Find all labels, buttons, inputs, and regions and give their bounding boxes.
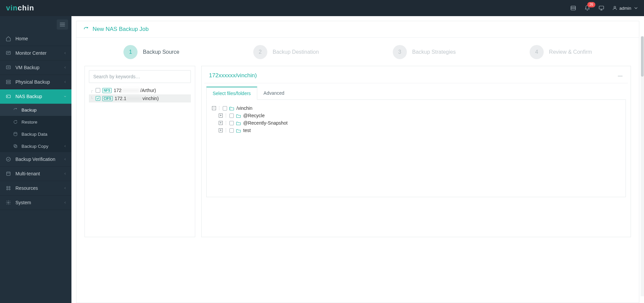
vertical-scrollbar[interactable]: [641, 36, 644, 296]
wizard-step-4[interactable]: 4 Review & Confirm: [530, 45, 592, 59]
user-menu[interactable]: admin: [612, 5, 639, 11]
brand-logo: vinchin: [6, 4, 34, 12]
tree-connector: [225, 128, 227, 132]
wizard-step-3[interactable]: 3 Backup Strategies: [393, 45, 456, 59]
svg-rect-18: [15, 145, 17, 148]
refresh-icon: [83, 26, 89, 32]
expand-toggle[interactable]: +: [219, 114, 223, 118]
tree-connector: └: [90, 96, 94, 101]
gear-icon: [5, 200, 11, 206]
nas-icon: [5, 93, 11, 99]
server-icon: [5, 79, 11, 85]
verify-icon: [5, 156, 11, 162]
chevron-left-icon: [63, 157, 67, 162]
sidebar-item-label: Resources: [15, 185, 38, 191]
file-node-root[interactable]: − /vinchin: [212, 104, 620, 112]
sidebar-collapse-button[interactable]: [57, 19, 68, 30]
expand-toggle[interactable]: +: [219, 128, 223, 132]
sidebar-item-label: Backup Verification: [15, 157, 55, 162]
panel-collapse-button[interactable]: —: [617, 73, 623, 78]
redacted: xxxxxx: [126, 96, 143, 101]
sub-item-backup[interactable]: Backup: [0, 104, 71, 116]
folder-icon: [236, 121, 241, 125]
file-checkbox[interactable]: [223, 106, 227, 111]
chevron-down-icon: [63, 94, 67, 99]
sidebar-item-label: NAS Backup: [15, 94, 42, 99]
file-label: /vinchin: [236, 105, 252, 111]
sidebar-item-label: System: [15, 200, 31, 205]
share-row-cifs[interactable]: └ CIFS 172.1xxxxxxvinchin): [89, 94, 191, 102]
file-checkbox[interactable]: [229, 114, 234, 118]
chevron-left-icon: [63, 171, 67, 176]
expand-toggle[interactable]: −: [212, 106, 216, 110]
wizard-steps: 1 Backup Source 2 Backup Destination 3 B…: [76, 38, 639, 66]
monitor-center-icon: [5, 50, 11, 56]
svg-point-27: [8, 202, 9, 203]
sidebar-item-physical-backup[interactable]: Physical Backup: [0, 75, 71, 89]
sidebar-item-home[interactable]: Home: [0, 32, 71, 46]
file-checkbox[interactable]: [229, 128, 234, 133]
sidebar-item-multi-tenant[interactable]: Multi-tenant: [0, 167, 71, 181]
svg-point-26: [9, 188, 10, 190]
file-panel-header: 172xxxxxx/vinchin) —: [204, 69, 628, 83]
share-checkbox[interactable]: [96, 88, 100, 93]
sidebar-item-monitor-center[interactable]: Monitor Center: [0, 46, 71, 60]
tab-select-files[interactable]: Select files/folders: [206, 87, 257, 100]
file-panel: 172xxxxxx/vinchin) — Select files/folder…: [201, 66, 631, 237]
svg-point-17: [14, 132, 17, 134]
tab-advanced[interactable]: Advanced: [257, 87, 291, 100]
sidebar-item-system[interactable]: System: [0, 196, 71, 210]
svg-rect-13: [6, 80, 10, 82]
sidebar-item-resources[interactable]: Resources: [0, 181, 71, 196]
svg-rect-21: [7, 172, 10, 176]
file-tree: − /vinchin + @Re: [206, 100, 626, 197]
share-label: 172xxxxxxx/Arthur): [114, 88, 156, 93]
nas-backup-submenu: Backup Restore Backup Data Backup Copy: [0, 104, 71, 152]
sub-item-backup-data[interactable]: Backup Data: [0, 128, 71, 140]
wizard-step-label: Backup Source: [143, 49, 179, 55]
share-checkbox[interactable]: [96, 96, 100, 101]
share-row-nfs[interactable]: ┌ NFS 172xxxxxxx/Arthur): [89, 86, 191, 94]
sidebar-item-label: Physical Backup: [15, 79, 50, 85]
panels-row: ┌ NFS 172xxxxxxx/Arthur) └: [76, 66, 639, 245]
sub-item-backup-copy[interactable]: Backup Copy: [0, 140, 71, 152]
svg-point-24: [9, 186, 10, 188]
file-node[interactable]: + @Recycle: [219, 112, 620, 119]
wizard-step-1[interactable]: 1 Backup Source: [123, 45, 179, 59]
expand-toggle[interactable]: +: [219, 121, 223, 125]
wizard-step-2[interactable]: 2 Backup Destination: [253, 45, 319, 59]
sidebar-item-vm-backup[interactable]: VM VM Backup: [0, 60, 71, 75]
svg-text:VM: VM: [7, 67, 10, 68]
share-label: 172.1xxxxxxvinchin): [115, 96, 159, 101]
wizard-step-label: Backup Destination: [273, 49, 319, 55]
tree-connector: [218, 106, 221, 110]
scrollbar-thumb[interactable]: [641, 36, 644, 77]
jobs-icon[interactable]: [570, 5, 577, 11]
username-label: admin: [620, 6, 631, 11]
file-node[interactable]: + @Recently-Snapshot: [219, 119, 620, 127]
page-title-row: New NAS Backup Job: [76, 21, 639, 38]
chevron-left-icon: [63, 65, 67, 70]
sidebar-item-label: Home: [15, 36, 28, 41]
chevron-left-icon: [63, 50, 67, 56]
folder-icon: [236, 128, 241, 133]
bell-icon[interactable]: 26: [584, 5, 591, 11]
svg-rect-14: [6, 82, 10, 84]
sub-item-restore[interactable]: Restore: [0, 116, 71, 128]
sidebar-item-label: Monitor Center: [15, 50, 47, 56]
sidebar-item-nas-backup[interactable]: NAS Backup: [0, 89, 71, 104]
chevron-down-icon: [633, 5, 639, 11]
source-panel: ┌ NFS 172xxxxxxx/Arthur) └: [85, 66, 195, 237]
tree-connector: ┌: [90, 88, 94, 93]
file-panel-title: 172xxxxxx/vinchin): [209, 72, 257, 79]
monitor-icon[interactable]: [598, 5, 605, 11]
file-checkbox[interactable]: [229, 121, 234, 125]
database-icon: [13, 131, 18, 137]
file-node[interactable]: + test: [219, 127, 620, 134]
sidebar-item-backup-verification[interactable]: Backup Verification: [0, 152, 71, 167]
restore-icon: [13, 119, 18, 125]
redacted: xxxxxx: [218, 72, 235, 79]
chevron-left-icon: [63, 200, 67, 205]
svg-point-16: [7, 96, 8, 96]
search-input[interactable]: [89, 70, 191, 83]
